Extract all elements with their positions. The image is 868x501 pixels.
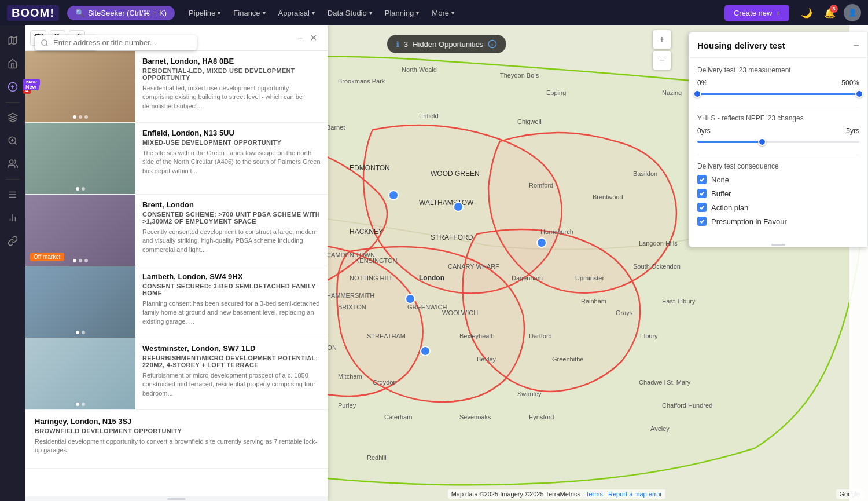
hdt-resize-handle[interactable] <box>689 242 867 247</box>
carousel-dot <box>82 331 85 334</box>
image-carousel-dots <box>76 403 85 406</box>
sidebar-icon-layers[interactable] <box>2 107 23 128</box>
sidebar-icon-chart[interactable] <box>2 207 23 228</box>
pipeline-minimize-button[interactable]: − <box>296 31 304 45</box>
pipeline-item[interactable]: Enfield, London, N13 5UU MIXED-USE DEVEL… <box>25 123 328 195</box>
checkbox-presumption[interactable] <box>697 217 707 226</box>
slider-thumb-right[interactable] <box>855 90 863 98</box>
svg-text:Epping: Epping <box>546 89 566 96</box>
sidebar-icon-filter[interactable] <box>2 184 23 205</box>
nav-appraisal[interactable]: Appraisal ▾ <box>273 5 321 21</box>
sidebar-icon-search-plus[interactable] <box>2 130 23 151</box>
svg-text:BRIXTON: BRIXTON <box>338 303 366 310</box>
checkbox-presumption-label: Presumption in Favour <box>711 217 787 226</box>
delivery-range-row: 0% 500% <box>697 79 859 87</box>
report-error-link[interactable]: Report a map error <box>608 491 662 498</box>
svg-text:KENSINGTON: KENSINGTON <box>355 257 398 264</box>
nav-finance[interactable]: Finance ▾ <box>227 5 271 21</box>
checkbox-none[interactable] <box>697 175 707 184</box>
slider-thumb-left[interactable] <box>693 90 701 98</box>
logo: BOOM! <box>7 5 59 21</box>
pipeline-item-image <box>25 338 135 409</box>
hdt-close-button[interactable]: − <box>853 39 859 52</box>
svg-text:Sevenoaks: Sevenoaks <box>459 414 491 420</box>
pipeline-resize-handle[interactable] <box>25 496 328 501</box>
svg-point-10 <box>10 160 13 163</box>
svg-text:East Tilbury: East Tilbury <box>662 298 696 305</box>
consequence-checkbox-presumption[interactable]: Presumption in Favour <box>697 217 859 226</box>
nav-pipeline[interactable]: Pipeline ▾ <box>183 5 226 21</box>
pipeline-list: Barnet, London, HA8 0BE RESIDENTIAL-LED,… <box>25 51 328 496</box>
checkbox-none-label: None <box>711 175 729 184</box>
siteseeker-button[interactable]: 🔍 SiteSeeker (Ctrl/⌘ + K) <box>67 6 175 20</box>
nav-more[interactable]: More ▾ <box>426 5 460 21</box>
svg-text:Redhill: Redhill <box>367 454 387 461</box>
zoom-in-button[interactable]: + <box>653 30 671 49</box>
svg-text:Dagenham: Dagenham <box>512 275 543 281</box>
pipeline-item[interactable]: Off market Brent, London CONSENTED SCHEM… <box>25 195 328 266</box>
pipeline-item[interactable]: Haringey, London, N15 3SJ BROWNFIELD DEV… <box>25 410 328 469</box>
svg-text:Grays: Grays <box>616 309 633 316</box>
checkbox-buffer[interactable] <box>697 189 707 198</box>
nav-data-studio[interactable]: Data Studio ▾ <box>322 5 378 21</box>
sidebar-icon-new[interactable]: New 4 <box>2 76 23 97</box>
consequence-section: Delivery test consequence None Buffer Ac… <box>697 162 859 226</box>
svg-text:Brentwood: Brentwood <box>593 193 623 200</box>
pipeline-item-info: Barnet, London, HA8 0BE RESIDENTIAL-LED,… <box>135 51 328 122</box>
consequence-checkbox-action-plan[interactable]: Action plan <box>697 203 859 212</box>
sidebar-divider <box>6 102 20 103</box>
sidebar-icon-map[interactable] <box>2 30 23 51</box>
svg-text:London: London <box>419 274 444 282</box>
pipeline-item-subtitle: BROWNFIELD DEVELOPMENT OPPORTUNITY <box>35 427 318 434</box>
create-new-label: Create new <box>734 9 772 17</box>
theme-toggle-button[interactable]: 🌙 <box>797 3 816 22</box>
carousel-dot <box>82 403 85 406</box>
count-badge: 4 <box>23 87 31 94</box>
yhls-slider-thumb[interactable] <box>758 138 766 146</box>
pipeline-item-description: The site sits within the Green Lanes tow… <box>142 149 321 175</box>
svg-text:Basildon: Basildon <box>633 170 657 177</box>
sidebar-icon-people[interactable] <box>2 153 23 174</box>
housing-delivery-test-panel: Housing delivery test − Delivery test '2… <box>689 32 868 247</box>
svg-text:Tilbury: Tilbury <box>639 332 658 339</box>
checkbox-action-plan[interactable] <box>697 203 707 212</box>
pipeline-item-description: Residential development opportunity to c… <box>35 437 318 455</box>
svg-text:Bexleyheath: Bexleyheath <box>459 332 495 339</box>
nav-finance-label: Finance <box>233 9 260 17</box>
pipeline-item[interactable]: Westminster, London, SW7 1LD REFURBISHME… <box>25 338 328 410</box>
sidebar-divider-2 <box>6 179 20 180</box>
pipeline-item[interactable]: Barnet, London, HA8 0BE RESIDENTIAL-LED,… <box>25 51 328 123</box>
svg-point-92 <box>454 202 463 211</box>
nav-planning[interactable]: Planning ▾ <box>379 5 425 21</box>
checkbox-action-plan-label: Action plan <box>711 203 748 212</box>
pipeline-close-button[interactable]: ✕ <box>308 31 318 45</box>
delivery-measurement-label: Delivery test '23 measurement <box>697 66 859 74</box>
address-search-bar[interactable] <box>35 35 197 50</box>
yhls-slider[interactable] <box>697 137 859 147</box>
terms-link[interactable]: Terms <box>586 491 603 498</box>
sidebar-icon-link[interactable] <box>2 231 23 251</box>
sidebar-icon-home[interactable] <box>2 53 23 74</box>
pipeline-item-subtitle: CONSENTED SCHEME: >700 unit PBSA scheme … <box>142 211 321 225</box>
nav-icon-group: 🌙 🔔 3 👤 <box>797 3 861 22</box>
zoom-out-button[interactable]: − <box>653 51 671 70</box>
svg-text:NOTTING HILL: NOTTING HILL <box>350 275 393 281</box>
pipeline-header-actions: − ✕ <box>296 31 318 45</box>
svg-point-94 <box>406 294 415 303</box>
create-new-button[interactable]: Create new + <box>724 5 789 21</box>
delivery-slider[interactable] <box>697 89 859 98</box>
consequence-checkbox-buffer[interactable]: Buffer <box>697 189 859 198</box>
resize-grip <box>771 244 785 246</box>
svg-text:Caterham: Caterham <box>384 414 412 420</box>
pipeline-item-info: Enfield, London, N13 5UU MIXED-USE DEVEL… <box>135 123 328 194</box>
chevron-down-icon: ▾ <box>218 10 220 16</box>
address-search-input[interactable] <box>53 38 191 47</box>
pipeline-item[interactable]: Lambeth, London, SW4 9HX CONSENT SECURED… <box>25 266 328 338</box>
svg-text:North Weald: North Weald <box>402 66 437 73</box>
consequence-checkbox-none[interactable]: None <box>697 175 859 184</box>
user-avatar[interactable]: 👤 <box>844 4 861 21</box>
chevron-down-icon: ▾ <box>263 10 266 16</box>
hidden-opportunities-bar[interactable]: ℹ 3 Hidden Opportunities <box>387 35 506 53</box>
notifications-button[interactable]: 🔔 3 <box>821 3 839 22</box>
nav-data-studio-label: Data Studio <box>328 9 367 17</box>
